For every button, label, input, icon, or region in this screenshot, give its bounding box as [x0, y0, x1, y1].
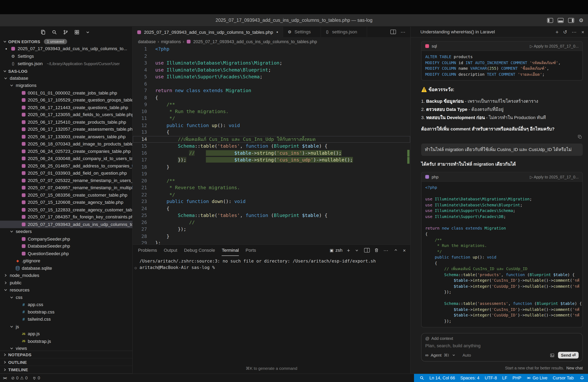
remote-indicator-icon[interactable]: ><: [3, 376, 7, 380]
status-eol[interactable]: LF: [500, 376, 510, 381]
code-line[interactable]: 17 }); $table->string('cus_ins_udp')->nu…: [133, 157, 410, 164]
chat-more-icon[interactable]: ⋯: [572, 29, 577, 35]
code-line[interactable]: 1<?php: [133, 46, 410, 53]
code-line[interactable]: 8{: [133, 94, 410, 101]
panel-tab-output[interactable]: Output: [164, 245, 177, 256]
tree-item[interactable]: node_modules: [0, 272, 132, 279]
open-editor-item[interactable]: {}settings.json~/Library/Application Sup…: [0, 60, 132, 68]
notepads-section-header[interactable]: NOTEPADS: [0, 351, 132, 359]
split-terminal-icon[interactable]: [364, 248, 370, 252]
panel-tab-problems[interactable]: Problems: [138, 245, 157, 256]
history-icon[interactable]: ↺: [563, 29, 567, 35]
code-line[interactable]: 5use Illuminate\Support\Facades\Schema;: [133, 74, 410, 80]
tree-item[interactable]: 2025_06_17_125410_create_products_table.…: [0, 118, 132, 126]
tree-item[interactable]: seeders: [0, 228, 132, 235]
timeline-section-header[interactable]: TIMELINE: [0, 366, 132, 374]
tree-item[interactable]: 2025_06_24_025723_create_companies_table…: [0, 148, 132, 155]
panel-tab-terminal[interactable]: Terminal: [222, 245, 239, 256]
tree-item[interactable]: #bootstrap.css: [0, 308, 132, 316]
status-language[interactable]: PHP: [510, 376, 524, 381]
code-line[interactable]: 22 */: [133, 191, 410, 198]
breadcrumb-item[interactable]: database: [138, 39, 156, 44]
breadcrumb-item[interactable]: 2025_07_17_093943_add_cus_ins_udp_column…: [193, 39, 317, 44]
code-line[interactable]: 26 //: [133, 219, 410, 226]
kill-terminal-icon[interactable]: [374, 248, 379, 252]
tree-item[interactable]: 2025_07_15_120608_create_agency_table.ph…: [0, 199, 132, 206]
tree-item[interactable]: 2025_06_17_133003_create_answers_table.p…: [0, 133, 132, 140]
add-context-button[interactable]: @ Add context: [425, 336, 579, 341]
more-views-chevron-icon[interactable]: [85, 30, 90, 35]
close-chat-icon[interactable]: ×: [581, 29, 584, 35]
tree-item[interactable]: database.sqlite: [0, 265, 132, 272]
title-bar[interactable]: 2025_07_17_093943_add_cus_ins_udp_column…: [0, 14, 588, 27]
terminal-output[interactable]: /Users/aritach/.zshrc:source:3: no such …: [133, 256, 410, 374]
tree-item[interactable]: #tailwind.css: [0, 316, 132, 323]
explorer-files-icon[interactable]: [41, 30, 46, 35]
tree-item[interactable]: 2025_06_17_121443_create_questions_table…: [0, 104, 132, 111]
tree-item[interactable]: JSbootstrap.js: [0, 337, 132, 345]
tree-item[interactable]: 2025_06_17_105529_create_question_groups…: [0, 96, 132, 104]
tree-item[interactable]: ◆.gitignore: [0, 257, 132, 265]
chat-title[interactable]: Understanding whereHas() in Laravel: [420, 29, 495, 34]
code-line[interactable]: 15 Schema::table('tables', function (Blu…: [133, 143, 410, 150]
tree-item[interactable]: resources: [0, 286, 132, 294]
open-editors-header[interactable]: OPEN EDITORS 1 unsaved: [0, 38, 132, 45]
tree-item[interactable]: 2025_06_25_014657_add_address_to_compani…: [0, 162, 132, 170]
status-encoding[interactable]: UTF-8: [482, 376, 499, 381]
tree-item[interactable]: 2025_07_07_025322_rename_timestamp_in_us…: [0, 177, 132, 184]
apply-button[interactable]: ▷ Apply to 2025_07_17_0...: [530, 44, 579, 48]
tree-item[interactable]: 2025_06_17_123055_add_fields_to_users_ta…: [0, 111, 132, 118]
tree-item[interactable]: 2025_07_15_122833_create_agency_customer…: [0, 206, 132, 213]
apply-button[interactable]: ▷ Apply to 2025_07_17_0...: [530, 175, 579, 179]
status-indentation[interactable]: Spaces: 4: [458, 376, 482, 381]
code-line[interactable]: 6: [133, 80, 410, 87]
shell-selector[interactable]: ▣ zsh: [330, 248, 342, 253]
code-line[interactable]: 21 * Reverse the migrations.: [133, 184, 410, 191]
new-terminal-icon[interactable]: +: [347, 247, 350, 253]
attach-image-icon[interactable]: [550, 353, 554, 357]
breadcrumb-item[interactable]: migrations: [161, 39, 181, 44]
tree-item[interactable]: QuestionSeeder.php: [0, 250, 132, 257]
new-chat-link[interactable]: New chat: [567, 366, 583, 370]
tree-item[interactable]: views: [0, 345, 132, 351]
notifications-bell-icon[interactable]: [577, 376, 585, 381]
code-line[interactable]: 27 });: [133, 226, 410, 233]
tree-item[interactable]: database: [0, 75, 132, 82]
tree-item[interactable]: 2025_07_17_093943_add_cus_ins_udp_column…: [0, 221, 132, 228]
code-line[interactable]: 2: [133, 53, 410, 59]
editor-tab[interactable]: 2025_07_17_093943_add_cus_ins_udp_column…: [133, 27, 283, 37]
tree-item[interactable]: 2025_06_17_132057_create_assessments_tab…: [0, 126, 132, 133]
toggle-panel-icon[interactable]: [558, 18, 564, 22]
extensions-icon[interactable]: [74, 30, 79, 35]
code-line[interactable]: 9 /**: [133, 101, 410, 108]
panel-tab-ports[interactable]: Ports: [246, 245, 256, 256]
code-line[interactable]: 4use Illuminate\Database\Schema\Blueprin…: [133, 67, 410, 74]
outline-section-header[interactable]: OUTLINE: [0, 358, 132, 366]
panel-tab-debug-console[interactable]: Debug Console: [184, 245, 215, 256]
problems-indicator[interactable]: ⊘ 0 ⚠ 0: [11, 376, 28, 381]
code-line[interactable]: 23 public function down(): void: [133, 198, 410, 205]
code-line[interactable]: 25 Schema::table('tables', function (Blu…: [133, 212, 410, 219]
chat-thread[interactable]: sql▷ Apply to 2025_07_17_0...ALTER TABLE…: [411, 38, 588, 333]
copy-icon[interactable]: [578, 134, 582, 139]
code-line[interactable]: 18 }: [133, 163, 410, 171]
status-search-icon[interactable]: [417, 376, 427, 381]
new-chat-icon[interactable]: +: [555, 29, 558, 35]
toggle-secondary-sidebar-icon[interactable]: [568, 18, 574, 22]
open-editor-item[interactable]: ⚙Settings: [0, 53, 132, 60]
tree-item[interactable]: js: [0, 323, 132, 330]
send-button[interactable]: Send ⏎: [558, 352, 579, 359]
code-line[interactable]: 11 */: [133, 115, 410, 122]
close-panel-icon[interactable]: ×: [403, 247, 406, 253]
code-line[interactable]: 28 }: [133, 233, 410, 240]
tree-item[interactable]: public: [0, 279, 132, 286]
cursor-tab-toggle[interactable]: Cursor Tab: [550, 376, 576, 381]
code-line[interactable]: 12 public function up(): void: [133, 122, 410, 129]
editor-tab[interactable]: ⚙Settings: [283, 27, 321, 37]
source-control-icon[interactable]: [63, 30, 68, 35]
status-line-col[interactable]: Ln 14, Col 66: [427, 376, 458, 381]
tree-item[interactable]: css: [0, 294, 132, 301]
settings-gear-icon[interactable]: ⚙: [579, 18, 584, 23]
model-selector[interactable]: Auto: [462, 353, 471, 357]
tree-item[interactable]: #app.css: [0, 301, 132, 308]
